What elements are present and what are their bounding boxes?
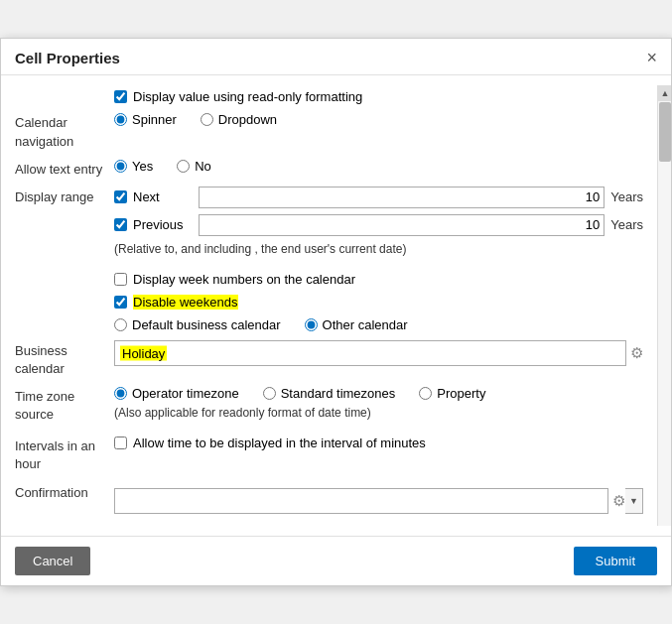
- dropdown-radio[interactable]: [201, 113, 213, 126]
- no-option[interactable]: No: [177, 159, 211, 174]
- default-business-radio[interactable]: [114, 318, 127, 331]
- timezone-source-label: Time zone source: [15, 386, 114, 424]
- allow-text-entry-controls: Yes No: [114, 159, 643, 174]
- standard-timezones-option[interactable]: Standard timezones: [263, 386, 396, 401]
- spinner-option[interactable]: Spinner: [114, 112, 177, 127]
- business-calendar-input[interactable]: [114, 340, 626, 366]
- spinner-label: Spinner: [132, 112, 177, 127]
- timezone-options: Operator timezone Standard timezones Pro…: [114, 386, 643, 401]
- timezone-note: (Also applicable for readonly format of …: [114, 406, 643, 420]
- disable-weekends-label: Disable weekends: [133, 295, 238, 310]
- previous-row: Previous Years: [114, 214, 643, 236]
- previous-input[interactable]: [199, 214, 605, 236]
- next-input[interactable]: [199, 187, 605, 208]
- display-range-note: (Relative to, and including , the end us…: [114, 242, 643, 256]
- calendar-navigation-label: Calendar navigation: [15, 112, 114, 150]
- dialog-title: Cell Properties: [15, 50, 120, 66]
- confirmation-controls: ⚙ ▼: [114, 488, 643, 514]
- disable-weekends-checkbox[interactable]: [114, 296, 127, 309]
- display-readonly-checkbox[interactable]: [114, 90, 127, 103]
- business-calendar-input-wrapper: Holiday: [114, 340, 626, 366]
- yes-label: Yes: [132, 159, 153, 174]
- standard-timezones-radio[interactable]: [263, 387, 276, 400]
- display-range-controls: Next Years Previous Years (Relative to, …: [114, 187, 643, 264]
- display-readonly-label: Display value using read-only formatting: [133, 89, 362, 104]
- calendar-navigation-controls: Spinner Dropdown: [114, 112, 643, 127]
- cancel-button[interactable]: Cancel: [15, 547, 90, 575]
- calendar-type-row: Default business calendar Other calendar: [15, 317, 643, 332]
- default-business-option[interactable]: Default business calendar: [114, 317, 281, 332]
- next-unit: Years: [610, 189, 643, 204]
- standard-timezones-label: Standard timezones: [281, 386, 396, 401]
- display-readonly-row: Display value using read-only formatting: [15, 89, 643, 104]
- default-business-label: Default business calendar: [132, 317, 281, 332]
- content-area: Display value using read-only formatting…: [1, 85, 657, 525]
- property-radio[interactable]: [419, 387, 432, 400]
- business-calendar-controls: Holiday ⚙: [114, 340, 643, 366]
- operator-timezone-radio[interactable]: [114, 387, 127, 400]
- next-row: Next Years: [114, 187, 643, 208]
- other-calendar-option[interactable]: Other calendar: [305, 317, 408, 332]
- display-week-numbers-label: Display week numbers on the calendar: [133, 272, 355, 287]
- next-checkbox[interactable]: [114, 190, 127, 203]
- spinner-radio[interactable]: [114, 113, 127, 126]
- calendar-navigation-row: Calendar navigation Spinner Dropdown: [15, 112, 643, 150]
- confirmation-gear-button[interactable]: ⚙: [612, 492, 625, 510]
- display-range-label: Display range: [15, 187, 114, 206]
- dialog-header: Cell Properties ×: [1, 39, 671, 75]
- business-calendar-gear-button[interactable]: ⚙: [630, 344, 643, 362]
- intervals-label: Intervals in an hour: [15, 436, 114, 473]
- disable-weekends-text: Disable weekends: [133, 295, 238, 310]
- dialog-footer: Cancel Submit: [1, 536, 671, 585]
- scroll-thumb[interactable]: [659, 102, 671, 162]
- close-button[interactable]: ×: [646, 49, 657, 66]
- timezone-source-controls: Operator timezone Standard timezones Pro…: [114, 386, 643, 428]
- confirmation-input[interactable]: [114, 488, 608, 514]
- display-week-numbers-row: Display week numbers on the calendar: [15, 272, 643, 287]
- previous-unit: Years: [610, 217, 643, 232]
- property-option[interactable]: Property: [419, 386, 485, 401]
- confirmation-row: Confirmation ⚙ ▼: [15, 482, 643, 514]
- display-range-row: Display range Next Years Previous Ye: [15, 187, 643, 264]
- yes-option[interactable]: Yes: [114, 159, 153, 174]
- confirmation-dropdown-arrow[interactable]: ▼: [625, 488, 643, 514]
- business-calendar-value: Holiday: [120, 345, 167, 360]
- next-label: Next: [133, 189, 193, 204]
- allow-text-entry-label: Allow text entry: [15, 159, 114, 179]
- submit-button[interactable]: Submit: [574, 547, 657, 575]
- dropdown-option[interactable]: Dropdown: [201, 112, 277, 127]
- allow-time-label: Allow time to be displayed in the interv…: [133, 436, 426, 450]
- intervals-controls: Allow time to be displayed in the interv…: [114, 436, 643, 456]
- scrollbar[interactable]: ▲: [657, 85, 671, 525]
- allow-text-entry-row: Allow text entry Yes No: [15, 159, 643, 179]
- yes-radio[interactable]: [114, 160, 127, 173]
- allow-time-checkbox[interactable]: [114, 437, 127, 449]
- no-radio[interactable]: [177, 160, 190, 173]
- operator-timezone-option[interactable]: Operator timezone: [114, 386, 239, 401]
- dropdown-label: Dropdown: [218, 112, 277, 127]
- no-label: No: [195, 159, 211, 174]
- timezone-source-row: Time zone source Operator timezone Stand…: [15, 386, 643, 428]
- scroll-up-arrow[interactable]: ▲: [658, 85, 671, 101]
- other-calendar-label: Other calendar: [323, 317, 408, 332]
- operator-timezone-label: Operator timezone: [132, 386, 239, 401]
- previous-checkbox[interactable]: [114, 218, 127, 231]
- confirmation-label: Confirmation: [15, 482, 114, 502]
- cell-properties-dialog: Cell Properties × Display value using re…: [0, 38, 672, 585]
- dialog-body: Display value using read-only formatting…: [1, 75, 671, 535]
- business-calendar-label: Business calendar: [15, 340, 114, 378]
- previous-label: Previous: [133, 217, 193, 232]
- business-calendar-row: Business calendar Holiday ⚙: [15, 340, 643, 378]
- display-week-numbers-checkbox[interactable]: [114, 273, 127, 286]
- allow-time-row: Allow time to be displayed in the interv…: [114, 436, 643, 450]
- other-calendar-radio[interactable]: [305, 318, 318, 331]
- property-label: Property: [437, 386, 485, 401]
- intervals-row: Intervals in an hour Allow time to be di…: [15, 436, 643, 473]
- disable-weekends-row: Disable weekends: [15, 295, 643, 310]
